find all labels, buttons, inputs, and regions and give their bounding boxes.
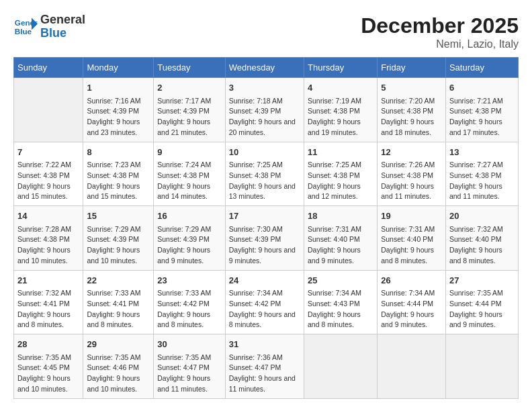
- sunrise-label: Sunrise: 7:29 AM: [87, 225, 140, 233]
- sunrise-label: Sunrise: 7:35 AM: [449, 289, 503, 297]
- day-cell: [14, 78, 83, 142]
- day-cell: 12Sunrise: 7:26 AMSunset: 4:38 PMDayligh…: [378, 142, 446, 206]
- sunset-label: Sunset: 4:47 PM: [157, 363, 210, 371]
- day-number: 23: [157, 274, 222, 287]
- sunrise-label: Sunrise: 7:34 AM: [308, 289, 361, 297]
- day-cell: 28Sunrise: 7:35 AMSunset: 4:45 PMDayligh…: [14, 334, 83, 399]
- sunrise-label: Sunrise: 7:19 AM: [308, 97, 361, 105]
- calendar-table: SundayMondayTuesdayWednesdayThursdayFrid…: [13, 57, 519, 399]
- daylight-label: Daylight: 9 hours and 11 minutes.: [381, 182, 434, 201]
- daylight-label: Daylight: 9 hours and 13 minutes.: [229, 182, 296, 201]
- daylight-label: Daylight: 9 hours and 12 minutes.: [308, 182, 361, 201]
- sunset-label: Sunset: 4:39 PM: [157, 107, 210, 115]
- day-cell: 13Sunrise: 7:27 AMSunset: 4:38 PMDayligh…: [445, 142, 518, 206]
- calendar-header-row: SundayMondayTuesdayWednesdayThursdayFrid…: [14, 58, 519, 78]
- sunrise-label: Sunrise: 7:35 AM: [157, 353, 211, 361]
- sunset-label: Sunset: 4:46 PM: [87, 363, 139, 371]
- day-number: 14: [17, 210, 79, 223]
- daylight-label: Daylight: 9 hours and 8 minutes.: [157, 310, 210, 329]
- day-number: 21: [17, 274, 79, 287]
- day-number: 29: [87, 338, 150, 351]
- week-row-3: 14Sunrise: 7:28 AMSunset: 4:38 PMDayligh…: [14, 206, 519, 271]
- day-number: 3: [229, 81, 300, 95]
- day-cell: 14Sunrise: 7:28 AMSunset: 4:38 PMDayligh…: [14, 206, 83, 271]
- sunrise-label: Sunrise: 7:30 AM: [229, 225, 283, 233]
- title-block: December 2025 Nemi, Lazio, Italy: [361, 13, 519, 50]
- day-number: 19: [381, 210, 442, 223]
- sunrise-label: Sunrise: 7:31 AM: [308, 225, 361, 233]
- sunset-label: Sunset: 4:38 PM: [87, 171, 139, 179]
- daylight-label: Daylight: 9 hours and 9 minutes.: [157, 246, 210, 265]
- header-day-tuesday: Tuesday: [154, 58, 226, 78]
- day-number: 25: [308, 274, 373, 287]
- week-row-2: 7Sunrise: 7:22 AMSunset: 4:38 PMDaylight…: [14, 142, 519, 206]
- day-number: 27: [449, 274, 515, 287]
- sunrise-label: Sunrise: 7:23 AM: [87, 161, 140, 169]
- day-cell: 8Sunrise: 7:23 AMSunset: 4:38 PMDaylight…: [83, 142, 154, 206]
- day-number: 13: [449, 146, 515, 159]
- day-number: 9: [157, 146, 222, 159]
- daylight-label: Daylight: 9 hours and 8 minutes.: [229, 310, 296, 329]
- sunset-label: Sunset: 4:39 PM: [229, 235, 281, 243]
- day-number: 22: [87, 274, 150, 287]
- sunset-label: Sunset: 4:41 PM: [17, 300, 70, 308]
- day-cell: [378, 334, 446, 399]
- daylight-label: Daylight: 9 hours and 18 minutes.: [381, 118, 434, 136]
- sunrise-label: Sunrise: 7:26 AM: [381, 161, 435, 169]
- sunset-label: Sunset: 4:38 PM: [17, 235, 70, 243]
- sunrise-label: Sunrise: 7:34 AM: [229, 289, 283, 297]
- sunrise-label: Sunrise: 7:16 AM: [87, 97, 140, 105]
- daylight-label: Daylight: 9 hours and 11 minutes.: [157, 374, 210, 393]
- day-cell: 18Sunrise: 7:31 AMSunset: 4:40 PMDayligh…: [304, 206, 378, 271]
- day-cell: 30Sunrise: 7:35 AMSunset: 4:47 PMDayligh…: [154, 334, 226, 399]
- day-cell: 1Sunrise: 7:16 AMSunset: 4:39 PMDaylight…: [83, 78, 154, 142]
- daylight-label: Daylight: 9 hours and 20 minutes.: [229, 118, 296, 136]
- day-cell: 2Sunrise: 7:17 AMSunset: 4:39 PMDaylight…: [154, 78, 226, 142]
- sunrise-label: Sunrise: 7:17 AM: [157, 97, 211, 105]
- page-header: General Blue GeneralBlue December 2025 N…: [13, 13, 519, 50]
- day-cell: 10Sunrise: 7:25 AMSunset: 4:38 PMDayligh…: [225, 142, 304, 206]
- daylight-label: Daylight: 9 hours and 8 minutes.: [17, 310, 71, 329]
- logo-text: GeneralBlue: [40, 13, 85, 40]
- day-cell: 9Sunrise: 7:24 AMSunset: 4:38 PMDaylight…: [154, 142, 226, 206]
- daylight-label: Daylight: 9 hours and 8 minutes.: [87, 310, 140, 329]
- day-number: 28: [17, 338, 79, 351]
- header-day-wednesday: Wednesday: [225, 58, 304, 78]
- day-cell: [445, 334, 518, 399]
- sunrise-label: Sunrise: 7:33 AM: [87, 289, 140, 297]
- sunrise-label: Sunrise: 7:29 AM: [157, 225, 211, 233]
- sunset-label: Sunset: 4:40 PM: [449, 235, 502, 243]
- day-cell: 7Sunrise: 7:22 AMSunset: 4:38 PMDaylight…: [14, 142, 83, 206]
- daylight-label: Daylight: 9 hours and 11 minutes.: [449, 182, 502, 201]
- sunset-label: Sunset: 4:43 PM: [308, 300, 360, 308]
- sunset-label: Sunset: 4:39 PM: [157, 235, 210, 243]
- sunset-label: Sunset: 4:40 PM: [308, 235, 360, 243]
- day-number: 15: [87, 210, 150, 223]
- sunrise-label: Sunrise: 7:27 AM: [449, 161, 503, 169]
- sunrise-label: Sunrise: 7:22 AM: [17, 161, 71, 169]
- sunrise-label: Sunrise: 7:18 AM: [229, 97, 283, 105]
- sunset-label: Sunset: 4:38 PM: [229, 171, 281, 179]
- day-cell: 3Sunrise: 7:18 AMSunset: 4:39 PMDaylight…: [225, 78, 304, 142]
- sunrise-label: Sunrise: 7:36 AM: [229, 353, 283, 361]
- sunset-label: Sunset: 4:38 PM: [17, 171, 70, 179]
- daylight-label: Daylight: 9 hours and 19 minutes.: [308, 118, 361, 136]
- sunrise-label: Sunrise: 7:28 AM: [17, 225, 71, 233]
- day-number: 7: [17, 146, 79, 159]
- sunset-label: Sunset: 4:38 PM: [157, 171, 210, 179]
- day-cell: 31Sunrise: 7:36 AMSunset: 4:47 PMDayligh…: [225, 334, 304, 399]
- sunset-label: Sunset: 4:42 PM: [157, 300, 210, 308]
- sunrise-label: Sunrise: 7:32 AM: [17, 289, 71, 297]
- day-cell: 24Sunrise: 7:34 AMSunset: 4:42 PMDayligh…: [225, 270, 304, 334]
- sunset-label: Sunset: 4:38 PM: [381, 171, 433, 179]
- sunrise-label: Sunrise: 7:25 AM: [308, 161, 361, 169]
- sunset-label: Sunset: 4:38 PM: [308, 171, 360, 179]
- header-day-monday: Monday: [83, 58, 154, 78]
- day-number: 16: [157, 210, 222, 223]
- day-cell: 11Sunrise: 7:25 AMSunset: 4:38 PMDayligh…: [304, 142, 378, 206]
- daylight-label: Daylight: 9 hours and 8 minutes.: [449, 246, 502, 265]
- sunset-label: Sunset: 4:38 PM: [449, 107, 502, 115]
- sunrise-label: Sunrise: 7:24 AM: [157, 161, 211, 169]
- day-cell: 20Sunrise: 7:32 AMSunset: 4:40 PMDayligh…: [445, 206, 518, 271]
- day-cell: 17Sunrise: 7:30 AMSunset: 4:39 PMDayligh…: [225, 206, 304, 271]
